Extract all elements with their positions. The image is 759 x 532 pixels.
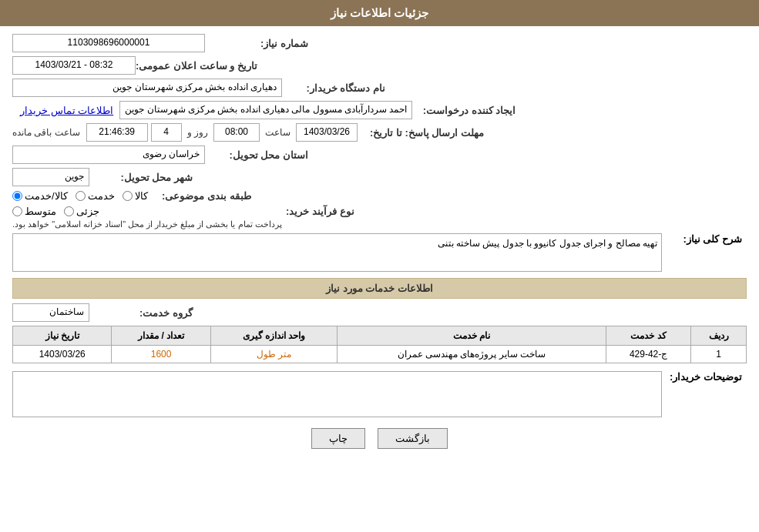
buyer-desc-section: توضیحات خریدار: xyxy=(12,371,747,417)
buyer-org-label: نام دستگاه خریدار: xyxy=(282,82,390,94)
need-number-value: 1103098696000001 xyxy=(12,34,205,52)
category-kala-khedmat-radio[interactable] xyxy=(12,191,22,201)
page-container: جزئیات اطلاعات نیاز شماره نیاز: 11030986… xyxy=(0,0,759,532)
cell-code: ج-42-429 xyxy=(606,346,691,363)
city-label: شهر محل تحویل: xyxy=(89,172,197,183)
bottom-buttons: بازگشت چاپ xyxy=(12,428,747,449)
process-partial-radio[interactable] xyxy=(64,206,74,216)
cell-name: ساخت سایر پروژه‌های مهندسی عمران xyxy=(338,346,606,363)
process-partial[interactable]: جزئی xyxy=(64,206,99,217)
deadline-days: 4 xyxy=(151,123,182,142)
cell-unit: متر طول xyxy=(210,346,337,363)
category-kala-label: کالا xyxy=(135,190,148,202)
province-row: استان محل تحویل: خراسان رضوی xyxy=(12,146,747,164)
province-label: استان محل تحویل: xyxy=(205,149,313,161)
buyer-org-row: نام دستگاه خریدار: دهیاری انداده بخش مرک… xyxy=(12,79,747,97)
service-group-row: گروه خدمت: ساختمان xyxy=(12,303,747,322)
buyer-org-value: دهیاری انداده بخش مرکزی شهرستان جوین xyxy=(12,79,282,97)
announce-date-row: تاریخ و ساعت اعلان عمومی: 1403/03/21 - 0… xyxy=(12,56,747,75)
creator-row: ایجاد کننده درخواست: احمد سردارآبادی مسو… xyxy=(12,101,747,119)
creator-contact-link[interactable]: اطلاعات تماس خریدار xyxy=(20,105,113,116)
service-group-label: گروه خدمت: xyxy=(89,307,197,319)
category-kala-radio[interactable] xyxy=(123,191,133,201)
announce-date-label: تاریخ و ساعت اعلان عمومی: xyxy=(136,60,262,72)
announce-date-value: 1403/03/21 - 08:32 xyxy=(12,56,136,75)
category-options: کالا خدمت کالا/خدمت xyxy=(12,190,148,202)
creator-value: احمد سردارآبادی مسوول مالی دهیاری انداده… xyxy=(119,101,412,119)
province-value: خراسان رضوی xyxy=(12,146,205,164)
process-medium-radio[interactable] xyxy=(12,206,22,216)
category-kala[interactable]: کالا xyxy=(123,190,148,202)
services-table: ردیف کد خدمت نام خدمت واحد اندازه گیری ت… xyxy=(12,326,747,363)
category-label: طبقه بندی موضوعی: xyxy=(148,190,256,202)
deadline-time-label: ساعت xyxy=(265,127,291,138)
col-date: تاریخ نیاز xyxy=(13,326,112,346)
category-kala-khedmat[interactable]: کالا/خدمت xyxy=(12,190,68,202)
col-name: نام خدمت xyxy=(338,326,606,346)
need-number-row: شماره نیاز: 1103098696000001 xyxy=(12,34,747,52)
description-section: شرح کلی نیاز: تهیه مصالح و اجرای جدول کا… xyxy=(12,233,747,272)
category-row: طبقه بندی موضوعی: کالا خدمت کالا/خدمت xyxy=(12,190,747,202)
deadline-date: 1403/03/26 xyxy=(296,123,358,142)
back-button[interactable]: بازگشت xyxy=(378,428,448,449)
process-label: نوع فرآیند خرید: xyxy=(282,206,359,217)
services-section-title: اطلاعات خدمات مورد نیاز xyxy=(12,278,747,299)
need-number-label: شماره نیاز: xyxy=(205,38,313,49)
cell-qty: 1600 xyxy=(112,346,210,363)
buyer-desc-content xyxy=(12,371,662,417)
page-title: جزئیات اطلاعات نیاز xyxy=(331,6,428,19)
remaining-label: ساعت باقی مانده xyxy=(12,127,80,138)
print-button[interactable]: چاپ xyxy=(311,428,365,449)
main-content: شماره نیاز: 1103098696000001 تاریخ و ساع… xyxy=(0,26,759,464)
city-row: شهر محل تحویل: جوین xyxy=(12,168,747,186)
col-row: ردیف xyxy=(691,326,747,346)
buyer-desc-value xyxy=(12,371,662,417)
buyer-desc-label: توضیحات خریدار: xyxy=(662,371,747,383)
col-code: کد خدمت xyxy=(606,326,691,346)
col-unit: واحد اندازه گیری xyxy=(210,326,337,346)
process-row: نوع فرآیند خرید: جزئی متوسط پرداخت تمام … xyxy=(12,206,747,229)
page-header: جزئیات اطلاعات نیاز xyxy=(0,0,759,26)
category-khedmat-label: خدمت xyxy=(88,190,115,202)
process-options-group: جزئی متوسط پرداخت تمام یا بخشی از مبلغ خ… xyxy=(12,206,282,229)
deadline-label: مهلت ارسال پاسخ: تا تاریخ: xyxy=(361,127,484,139)
deadline-remaining: 21:46:39 xyxy=(86,123,148,142)
deadline-row: مهلت ارسال پاسخ: تا تاریخ: 1403/03/26 سا… xyxy=(12,123,747,142)
creator-label: ایجاد کننده درخواست: xyxy=(412,105,520,116)
description-label: شرح کلی نیاز: xyxy=(662,233,747,245)
category-kala-khedmat-label: کالا/خدمت xyxy=(25,190,68,202)
process-note: پرداخت تمام یا بخشی از مبلغ خریدار از مح… xyxy=(12,219,282,229)
process-medium[interactable]: متوسط xyxy=(12,206,56,217)
category-khedmat-radio[interactable] xyxy=(76,191,86,201)
process-partial-label: جزئی xyxy=(76,206,99,217)
cell-date: 1403/03/26 xyxy=(13,346,112,363)
description-content: تهیه مصالح و اجرای جدول کانیوو با جدول پ… xyxy=(12,233,662,272)
description-value: تهیه مصالح و اجرای جدول کانیوو با جدول پ… xyxy=(12,233,662,272)
col-qty: تعداد / مقدار xyxy=(112,326,210,346)
deadline-time: 08:00 xyxy=(213,123,260,142)
process-medium-label: متوسط xyxy=(25,206,56,217)
city-value: جوین xyxy=(12,168,89,186)
process-inner: جزئی متوسط xyxy=(12,206,99,217)
table-row: 1 ج-42-429 ساخت سایر پروژه‌های مهندسی عم… xyxy=(13,346,747,363)
cell-row: 1 xyxy=(691,346,747,363)
category-khedmat[interactable]: خدمت xyxy=(76,190,115,202)
deadline-day-label: روز و xyxy=(187,127,208,138)
service-group-value: ساختمان xyxy=(12,303,89,322)
